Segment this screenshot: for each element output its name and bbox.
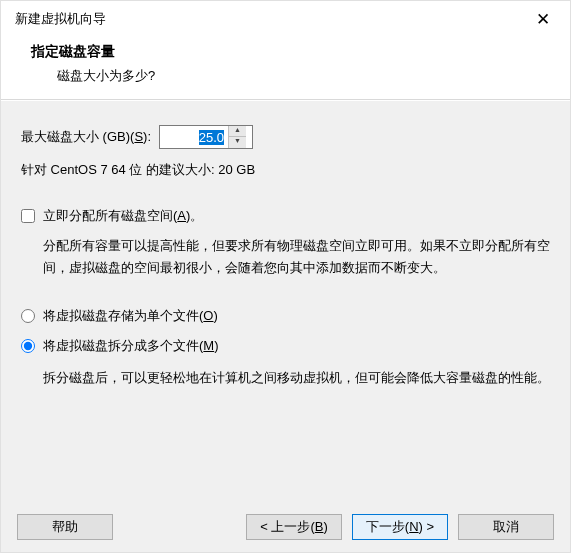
allocate-now-input[interactable] — [21, 209, 35, 223]
help-button[interactable]: 帮助 — [17, 514, 113, 540]
nav-buttons: < 上一步(B) 下一步(N) > 取消 — [246, 514, 554, 540]
wizard-header: 指定磁盘容量 磁盘大小为多少? — [1, 35, 570, 100]
disk-size-row: 最大磁盘大小 (GB)(S): ▲ ▼ — [21, 125, 550, 149]
spinner-buttons: ▲ ▼ — [228, 126, 246, 148]
disk-size-input[interactable] — [160, 128, 228, 147]
disk-size-label: 最大磁盘大小 (GB)(S): — [21, 128, 151, 146]
header-title: 指定磁盘容量 — [31, 43, 540, 61]
multi-file-description: 拆分磁盘后，可以更轻松地在计算机之间移动虚拟机，但可能会降低大容量磁盘的性能。 — [21, 367, 550, 389]
cancel-button[interactable]: 取消 — [458, 514, 554, 540]
single-file-label: 将虚拟磁盘存储为单个文件(O) — [43, 307, 218, 325]
disk-size-spinner[interactable]: ▲ ▼ — [159, 125, 253, 149]
allocate-description: 分配所有容量可以提高性能，但要求所有物理磁盘空间立即可用。如果不立即分配所有空间… — [21, 235, 550, 279]
header-subtitle: 磁盘大小为多少? — [31, 67, 540, 85]
allocate-now-label: 立即分配所有磁盘空间(A)。 — [43, 207, 203, 225]
allocate-now-checkbox[interactable]: 立即分配所有磁盘空间(A)。 — [21, 207, 550, 225]
wizard-dialog: 新建虚拟机向导 ✕ 指定磁盘容量 磁盘大小为多少? 最大磁盘大小 (GB)(S)… — [0, 0, 571, 553]
wizard-footer: 帮助 < 上一步(B) 下一步(N) > 取消 — [1, 502, 570, 552]
back-button[interactable]: < 上一步(B) — [246, 514, 342, 540]
multi-file-radio[interactable]: 将虚拟磁盘拆分成多个文件(M) — [21, 337, 550, 355]
next-button[interactable]: 下一步(N) > — [352, 514, 448, 540]
multi-file-input[interactable] — [21, 339, 35, 353]
size-suggestion: 针对 CentOS 7 64 位 的建议大小: 20 GB — [21, 161, 550, 179]
spinner-down-icon[interactable]: ▼ — [229, 137, 246, 148]
wizard-content: 最大磁盘大小 (GB)(S): ▲ ▼ 针对 CentOS 7 64 位 的建议… — [1, 100, 570, 502]
single-file-radio[interactable]: 将虚拟磁盘存储为单个文件(O) — [21, 307, 550, 325]
multi-file-label: 将虚拟磁盘拆分成多个文件(M) — [43, 337, 219, 355]
close-icon[interactable]: ✕ — [530, 9, 556, 30]
titlebar: 新建虚拟机向导 ✕ — [1, 1, 570, 35]
single-file-input[interactable] — [21, 309, 35, 323]
spinner-up-icon[interactable]: ▲ — [229, 126, 246, 137]
window-title: 新建虚拟机向导 — [15, 10, 106, 28]
